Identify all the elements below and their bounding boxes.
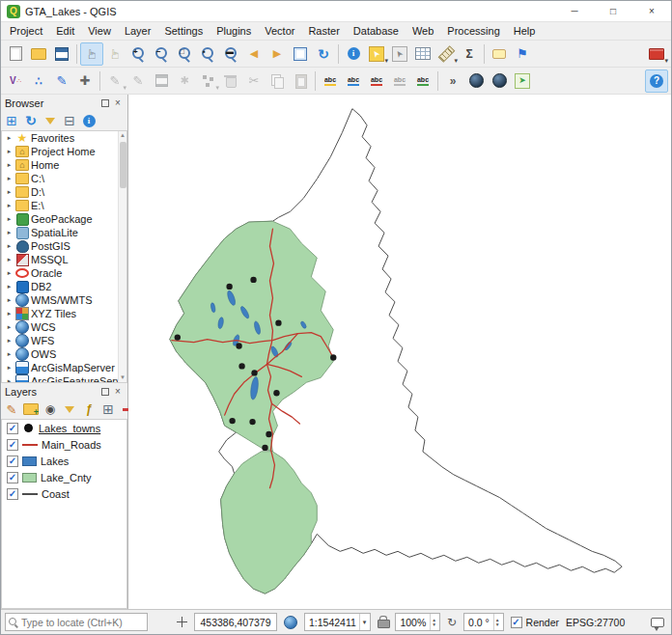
extents-icon[interactable] [284, 616, 297, 629]
filter-legend[interactable] [61, 400, 78, 418]
scroll-down-icon[interactable]: ▼ [120, 373, 126, 382]
browser-item-ows[interactable]: ▸OWS [2, 347, 126, 361]
pan-to-selection[interactable] [103, 42, 126, 66]
browser-item-spatialite[interactable]: ▸SpatiaLite [2, 226, 126, 239]
layers-close-icon[interactable]: × [112, 386, 124, 397]
expander-icon[interactable]: ▸ [5, 323, 14, 331]
menu-view[interactable]: View [81, 23, 118, 39]
crs-display[interactable]: EPSG:27700 [566, 617, 625, 628]
menu-vector[interactable]: Vector [258, 23, 301, 39]
browser-item-wms-wmts[interactable]: ▸WMS/WMTS [2, 293, 126, 307]
maximize-button[interactable]: □ [594, 1, 632, 21]
layer-checkbox[interactable]: ✓ [7, 488, 18, 500]
save-project[interactable] [50, 42, 73, 66]
zoom-full-extent[interactable]: □ [173, 42, 196, 66]
expander-icon[interactable]: ▸ [5, 188, 14, 196]
expander-icon[interactable]: ▸ [5, 175, 14, 182]
plugin-tool[interactable] [511, 69, 534, 93]
map-canvas[interactable] [128, 95, 671, 609]
menu-help[interactable]: Help [507, 23, 543, 39]
scrollbar-thumb[interactable] [120, 142, 126, 188]
zoom-next[interactable] [266, 42, 289, 66]
layer-checkbox[interactable]: ✓ [7, 423, 18, 434]
pan-map[interactable] [80, 42, 103, 66]
magnifier-control[interactable]: 100% ▴▾ [395, 613, 440, 631]
osgeo-catalog[interactable] [488, 69, 511, 93]
measure-line[interactable]: ▾ [434, 42, 458, 66]
rotation-spinner[interactable]: ▴▾ [493, 614, 499, 630]
zoom-to-layer[interactable]: ▬ [219, 42, 242, 66]
metasearch[interactable] [464, 69, 488, 93]
layer-item-lake-cnty[interactable]: ✓Lake_Cnty [2, 469, 126, 485]
layer-checkbox[interactable]: ✓ [7, 472, 18, 483]
menu-database[interactable]: Database [347, 23, 406, 39]
menu-edit[interactable]: Edit [49, 23, 81, 39]
expander-icon[interactable]: ▸ [5, 296, 14, 304]
close-button[interactable]: × [632, 1, 671, 21]
messages-icon[interactable] [651, 618, 664, 627]
layer-labeling[interactable] [319, 69, 342, 93]
layer-item-main-roads[interactable]: ✓Main_Roads [2, 436, 126, 453]
expander-icon[interactable]: ▸ [5, 337, 14, 345]
browser-item-db2[interactable]: ▸DB2 [2, 280, 126, 293]
browser-item-mssql[interactable]: ▸MSSQL [2, 253, 126, 266]
expander-icon[interactable]: ▸ [5, 364, 14, 372]
menu-processing[interactable]: Processing [440, 23, 506, 39]
browser-item-postgis[interactable]: ▸PostGIS [2, 239, 126, 253]
browser-item-wcs[interactable]: ▸WCS [2, 320, 126, 334]
filter-by-expression[interactable] [80, 400, 98, 418]
coordinate-display[interactable]: 453386,407379 [194, 613, 277, 631]
layer-item-lakes[interactable]: ✓Lakes [2, 453, 126, 469]
layer-labeling-single[interactable] [342, 69, 365, 93]
new-virtual-layer[interactable] [73, 69, 97, 93]
layer-item-coast[interactable]: ✓Coast [2, 485, 126, 502]
open-project[interactable] [27, 42, 50, 66]
filter-browser[interactable] [42, 112, 59, 129]
expander-icon[interactable]: ▸ [5, 350, 14, 358]
scale-combo[interactable]: 1:1542411 ▾ [304, 613, 371, 631]
layer-item-lakes-towns[interactable]: ✓Lakes_towns [2, 420, 126, 436]
browser-scrollbar[interactable]: ▲ ▼ [118, 131, 126, 382]
expander-icon[interactable]: ▸ [5, 256, 14, 263]
browser-item-e[interactable]: ▸E:\ [2, 199, 126, 212]
expander-icon[interactable]: ▸ [5, 148, 14, 155]
layers-undock-icon[interactable] [101, 388, 109, 396]
zoom-in[interactable]: + [126, 42, 150, 66]
processing-toolbox[interactable]: ▾ [645, 42, 668, 66]
minimize-button[interactable]: ─ [555, 1, 594, 21]
magnifier-spinner[interactable]: ▴▾ [430, 614, 435, 630]
browser-item-c[interactable]: ▸C:\ [2, 172, 126, 185]
rotation-control[interactable]: 0.0 ° ▴▾ [463, 613, 503, 631]
menu-raster[interactable]: Raster [301, 23, 346, 39]
move-label[interactable] [411, 69, 434, 93]
expander-icon[interactable]: ▸ [5, 377, 14, 383]
expand-all[interactable] [99, 400, 117, 418]
browser-undock-icon[interactable] [101, 99, 109, 107]
expander-icon[interactable]: ▸ [5, 269, 14, 277]
zoom-to-selection[interactable]: ▪ [196, 42, 219, 66]
expander-icon[interactable]: ▸ [5, 310, 14, 318]
statistical-summary[interactable] [458, 42, 481, 66]
browser-item-arcgismapserver[interactable]: ▸ArcGisMapServer [2, 361, 126, 374]
properties-widget[interactable] [80, 112, 98, 129]
expander-icon[interactable]: ▸ [5, 161, 14, 169]
zoom-last[interactable] [242, 42, 266, 66]
render-toggle[interactable]: ✓ Render [511, 617, 559, 628]
new-shapefile-layer[interactable] [27, 69, 50, 93]
pin-unpin-labels[interactable] [365, 69, 388, 93]
menu-layer[interactable]: Layer [118, 23, 158, 39]
menu-settings[interactable]: Settings [157, 23, 210, 39]
scale-dropdown-icon[interactable]: ▾ [359, 614, 367, 630]
more-toolbars[interactable] [441, 69, 464, 93]
zoom-out[interactable]: − [150, 42, 173, 66]
collapse-all[interactable] [61, 112, 78, 129]
expander-icon[interactable]: ▸ [5, 229, 14, 236]
layer-checkbox[interactable]: ✓ [7, 439, 18, 451]
refresh-map[interactable] [312, 42, 335, 66]
scale-lock-icon[interactable] [378, 616, 388, 628]
show-map-tips[interactable] [488, 42, 511, 66]
help-contents[interactable] [645, 69, 668, 93]
new-map-view[interactable] [289, 42, 312, 66]
browser-close-icon[interactable]: × [112, 97, 124, 108]
browser-item-wfs[interactable]: ▸WFS [2, 334, 126, 347]
